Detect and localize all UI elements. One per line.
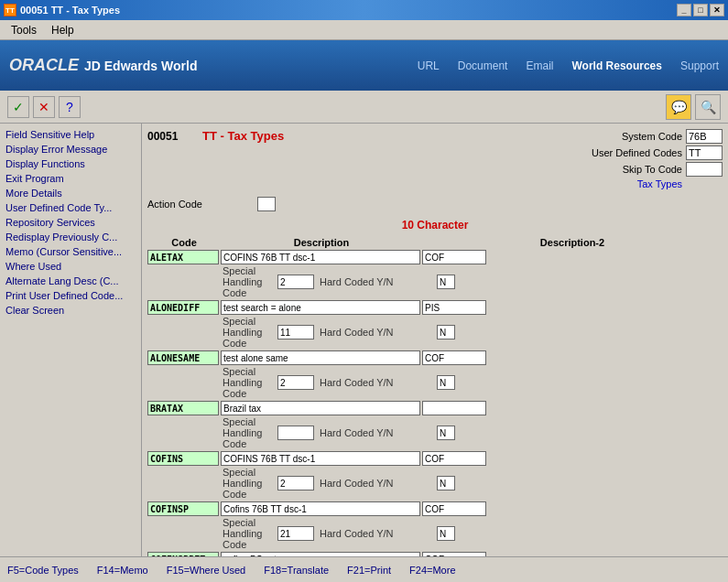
- status-f15[interactable]: F15=Where Used: [167, 565, 246, 576]
- nav-document[interactable]: Document: [458, 59, 508, 72]
- system-code-row: System Code: [581, 129, 723, 144]
- sidebar-item-exit-program[interactable]: Exit Program: [2, 171, 139, 186]
- close-button[interactable]: ✕: [710, 4, 724, 16]
- skip-to-code-label: Skip To Code: [581, 164, 682, 175]
- table-row: Special Handling Code Hard Coded Y/N: [147, 451, 723, 500]
- code-field-5[interactable]: [147, 501, 219, 516]
- form-header: 00051 TT - Tax Types System Code User De…: [147, 129, 723, 189]
- table-row: Special Handling Code Hard Coded Y/N: [147, 401, 723, 449]
- desc2-field-6[interactable]: [422, 552, 486, 556]
- window-title: 00051 TT - Tax Types: [20, 5, 120, 16]
- hcy-field-3[interactable]: [437, 426, 455, 440]
- hcy-field-2[interactable]: [437, 375, 455, 390]
- hcy-field-0[interactable]: [437, 275, 455, 289]
- desc-field-0[interactable]: [221, 250, 420, 264]
- title-bar: TT 00051 TT - Tax Types _ □ ✕: [0, 0, 728, 20]
- sidebar-item-field-sensitive-help[interactable]: Field Sensitive Help: [2, 127, 139, 142]
- chat-button[interactable]: 💬: [666, 94, 691, 120]
- data-row-main-3: [147, 401, 723, 415]
- code-field-6[interactable]: [147, 552, 219, 556]
- title-bar-left: TT 00051 TT - Tax Types: [4, 4, 120, 16]
- desc2-field-1[interactable]: [422, 300, 486, 315]
- menu-help[interactable]: Help: [44, 22, 81, 38]
- desc2-field-3[interactable]: [422, 401, 486, 415]
- status-f5[interactable]: F5=Code Types: [7, 565, 79, 576]
- table-row: Special Handling Code Hard Coded Y/N: [147, 300, 723, 349]
- sidebar-item-where-used[interactable]: Where Used: [2, 259, 139, 274]
- shc-field-1[interactable]: [277, 325, 314, 340]
- sidebar-item-clear-screen[interactable]: Clear Screen: [2, 303, 139, 318]
- data-row-extra-4: Special Handling Code Hard Coded Y/N: [147, 467, 723, 500]
- hcy-field-1[interactable]: [437, 325, 455, 340]
- toolbar: ✓ ✕ ? 💬 🔍: [0, 91, 728, 124]
- table-row: Special Handling Code Hard Coded Y/N: [147, 350, 723, 399]
- form-id: 00051: [147, 130, 178, 143]
- status-f14[interactable]: F14=Memo: [97, 565, 148, 576]
- code-field-1[interactable]: [147, 300, 219, 315]
- hcy-label-4: Hard Coded Y/N: [316, 478, 435, 489]
- status-f21[interactable]: F21=Print: [347, 565, 391, 576]
- cancel-button[interactable]: ✕: [33, 96, 55, 118]
- sidebar-item-more-details[interactable]: More Details: [2, 186, 139, 200]
- user-defined-codes-input[interactable]: [686, 146, 723, 160]
- table-header: Code Description Description-2: [147, 237, 723, 248]
- sidebar-item-display-error-message[interactable]: Display Error Message: [2, 142, 139, 156]
- system-code-input[interactable]: [686, 129, 723, 144]
- code-field-3[interactable]: [147, 401, 219, 415]
- desc-field-5[interactable]: [221, 501, 420, 516]
- desc2-field-0[interactable]: [422, 250, 486, 264]
- data-row-extra-1: Special Handling Code Hard Coded Y/N: [147, 316, 723, 349]
- data-row-extra-3: Special Handling Code Hard Coded Y/N: [147, 416, 723, 449]
- desc-field-3[interactable]: [221, 401, 420, 415]
- nav-links: URL Document Email World Resources Suppo…: [418, 59, 719, 72]
- user-defined-codes-label: User Defined Codes: [581, 147, 682, 158]
- help-button[interactable]: ?: [59, 96, 81, 118]
- toolbar-right: 💬 🔍: [666, 94, 721, 120]
- maximize-button[interactable]: □: [693, 4, 708, 16]
- desc-field-2[interactable]: [221, 350, 420, 365]
- sidebar-item-alternate-lang-desc[interactable]: Alternate Lang Desc (C...: [2, 274, 139, 288]
- menu-tools[interactable]: Tools: [4, 22, 44, 38]
- desc-field-4[interactable]: [221, 451, 420, 466]
- status-f24[interactable]: F24=More: [409, 565, 455, 576]
- hcy-field-4[interactable]: [437, 476, 455, 490]
- action-code-row: Action Code: [147, 197, 723, 211]
- data-row-main-5: [147, 501, 723, 516]
- code-field-4[interactable]: [147, 451, 219, 466]
- desc2-field-5[interactable]: [422, 501, 486, 516]
- desc-field-6[interactable]: [221, 552, 420, 556]
- nav-email[interactable]: Email: [526, 59, 553, 72]
- sidebar-item-display-functions[interactable]: Display Functions: [2, 156, 139, 171]
- search-button[interactable]: 🔍: [695, 94, 721, 120]
- desc2-field-2[interactable]: [422, 350, 486, 365]
- sidebar-item-user-defined-code-types[interactable]: User Defined Code Ty...: [2, 200, 139, 215]
- minimize-button[interactable]: _: [677, 4, 691, 16]
- hcy-label-2: Hard Coded Y/N: [316, 377, 435, 388]
- action-code-input[interactable]: [257, 197, 276, 211]
- desc-field-1[interactable]: [221, 300, 420, 315]
- shc-field-2[interactable]: [277, 375, 314, 390]
- desc2-field-4[interactable]: [422, 451, 486, 466]
- nav-url[interactable]: URL: [418, 59, 440, 72]
- skip-to-code-input[interactable]: [686, 162, 723, 177]
- shc-field-4[interactable]: [277, 476, 314, 490]
- status-f18[interactable]: F18=Translate: [264, 565, 329, 576]
- confirm-button[interactable]: ✓: [7, 96, 29, 118]
- sidebar-item-redisplay[interactable]: Redisplay Previously C...: [2, 230, 139, 244]
- code-field-0[interactable]: [147, 250, 219, 264]
- hcy-field-5[interactable]: [437, 526, 455, 541]
- nav-support[interactable]: Support: [680, 59, 719, 72]
- code-field-2[interactable]: [147, 350, 219, 365]
- shc-field-5[interactable]: [277, 526, 314, 541]
- shc-field-3[interactable]: [277, 426, 314, 440]
- sidebar-item-print-user-defined[interactable]: Print User Defined Code...: [2, 288, 139, 303]
- data-row-main-6: [147, 552, 723, 556]
- content-area: 00051 TT - Tax Types System Code User De…: [142, 124, 728, 556]
- sidebar-item-memo[interactable]: Memo (Cursor Sensitive...: [2, 244, 139, 259]
- tax-types-label: Tax Types: [581, 178, 682, 189]
- col-header-desc: Description: [221, 237, 422, 248]
- shc-label-4: Special Handling Code: [147, 467, 276, 500]
- sidebar-item-repository-services[interactable]: Repository Services: [2, 215, 139, 230]
- nav-world-resources[interactable]: World Resources: [571, 59, 661, 72]
- shc-field-0[interactable]: [277, 275, 314, 289]
